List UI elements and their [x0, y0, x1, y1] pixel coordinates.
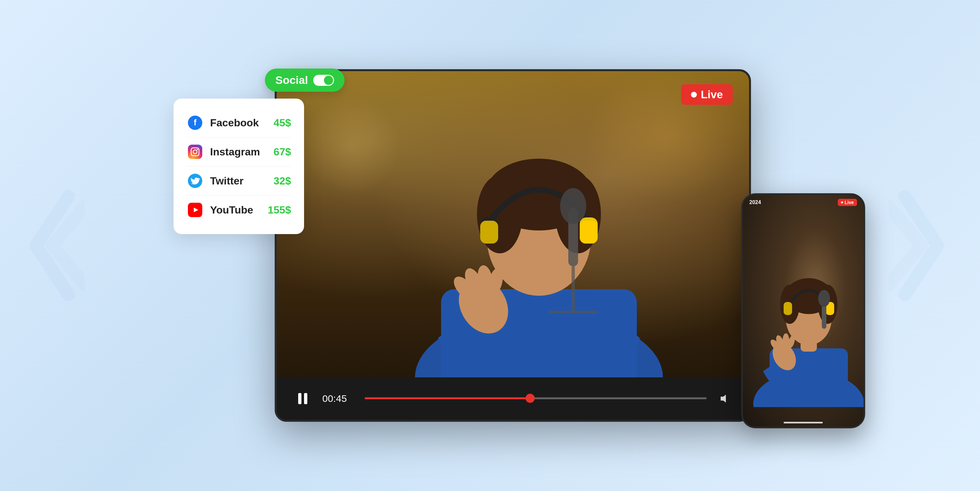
- toggle-thumb: [324, 76, 333, 85]
- twitter-label: Twitter: [210, 175, 267, 187]
- bg-chevron-left: [19, 180, 85, 311]
- phone-video-background: [743, 195, 864, 427]
- youtube-icon: [187, 201, 204, 218]
- list-item: YouTube 155$: [187, 196, 291, 224]
- phone-live-dot: [841, 201, 843, 203]
- social-toggle[interactable]: Social: [265, 69, 345, 92]
- svg-rect-37: [784, 302, 792, 315]
- tablet-screen: Live 00:45: [277, 71, 749, 420]
- phone-person-silhouette: [753, 244, 864, 407]
- facebook-icon: f: [187, 114, 204, 131]
- svg-point-26: [560, 188, 586, 224]
- tablet-device: Live 00:45: [275, 69, 751, 422]
- progress-dot[interactable]: [525, 394, 535, 403]
- progress-bar[interactable]: [365, 397, 706, 400]
- bg-chevron-right: [889, 180, 954, 311]
- svg-point-5: [197, 149, 198, 150]
- phone-home-indicator: [784, 422, 823, 423]
- progress-filled: [365, 397, 525, 399]
- scene: Social f Facebook 45$: [131, 33, 849, 458]
- progress-track: [365, 397, 706, 399]
- live-badge: Live: [681, 84, 733, 105]
- svg-marker-29: [721, 395, 726, 403]
- list-item: f Facebook 45$: [187, 108, 291, 137]
- svg-rect-18: [480, 221, 498, 244]
- live-dot: [691, 92, 697, 97]
- volume-button[interactable]: [716, 391, 733, 407]
- instagram-amount: 67$: [274, 146, 291, 158]
- video-background: [277, 71, 749, 420]
- youtube-amount: 155$: [268, 204, 291, 216]
- phone-device: 2024 Live: [741, 193, 865, 428]
- pause-bar-right: [304, 393, 307, 404]
- player-controls[interactable]: 00:45: [277, 378, 749, 420]
- phone-live-badge: Live: [838, 199, 857, 206]
- time-display: 00:45: [322, 393, 355, 404]
- svg-rect-2: [188, 145, 202, 159]
- instagram-icon: [187, 143, 204, 160]
- svg-point-45: [818, 290, 830, 307]
- live-label: Live: [701, 88, 723, 101]
- phone-time: 2024: [749, 199, 761, 206]
- social-toggle-label: Social: [275, 74, 308, 86]
- youtube-label: YouTube: [210, 204, 261, 216]
- phone-live-label: Live: [845, 200, 854, 205]
- twitter-icon: [187, 172, 204, 189]
- instagram-label: Instagram: [210, 146, 267, 158]
- pause-button[interactable]: [293, 389, 313, 408]
- svg-rect-19: [580, 221, 598, 244]
- facebook-amount: 45$: [274, 117, 291, 129]
- list-item: Twitter 32$: [187, 166, 291, 196]
- pause-bar-left: [298, 393, 301, 404]
- svg-text:f: f: [194, 118, 197, 128]
- social-stats-card: f Facebook 45$: [173, 99, 304, 234]
- list-item: Instagram 67$: [187, 137, 291, 166]
- phone-status-bar: 2024 Live: [743, 199, 864, 206]
- facebook-label: Facebook: [210, 117, 267, 129]
- twitter-amount: 32$: [274, 175, 291, 187]
- phone-screen: 2024 Live: [743, 195, 864, 427]
- toggle-switch[interactable]: [313, 75, 334, 86]
- pause-icon: [297, 393, 309, 405]
- volume-icon: [718, 392, 731, 405]
